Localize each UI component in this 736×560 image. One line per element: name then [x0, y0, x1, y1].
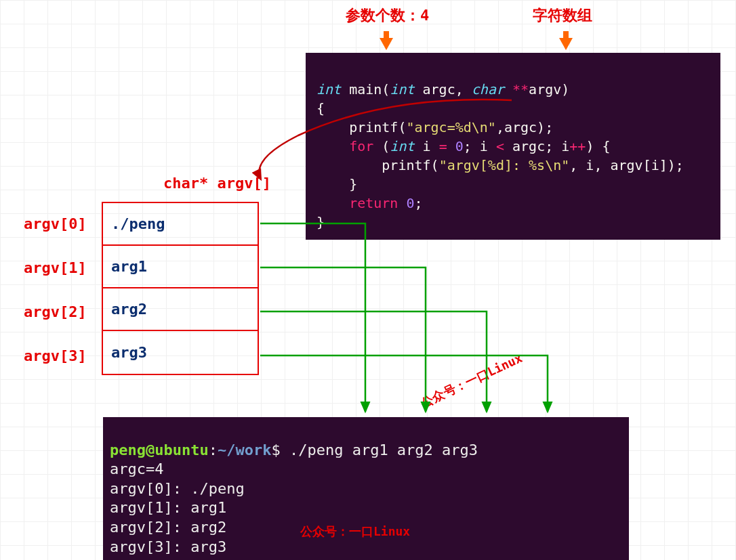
code-token: [398, 195, 406, 211]
code-token: [447, 138, 455, 154]
terminal-cmd: ./peng arg1 arg2 arg3: [281, 441, 478, 458]
code-token: , i, argv[i]);: [569, 157, 684, 173]
code-token: 0: [406, 195, 414, 211]
argv-index-label: argv[2]: [24, 303, 87, 320]
argv-index-label: argv[3]: [24, 347, 87, 364]
code-token: {: [316, 100, 325, 116]
code-token: ; i: [464, 138, 496, 154]
code-token: int: [390, 138, 414, 154]
code-token: char: [472, 81, 504, 98]
argv-index-label: argv[1]: [24, 259, 87, 276]
code-token: for: [316, 138, 373, 154]
argv-array-box: ./peng arg1 arg2 arg3: [102, 202, 259, 375]
terminal-line: argv[1]: arg1: [110, 499, 226, 516]
code-token: 0: [455, 138, 464, 154]
array-cell: arg1: [103, 246, 258, 288]
array-cell: arg2: [103, 288, 258, 331]
code-token: }: [316, 214, 325, 230]
array-title-label: char* argv[]: [163, 175, 271, 192]
terminal-text: :: [209, 441, 218, 458]
watermark-text: 公众号：一口Linux: [419, 350, 525, 411]
argc-annotation: 参数个数：4: [346, 5, 429, 26]
arrow-down-icon: [380, 38, 393, 50]
code-token: ++: [569, 138, 586, 154]
code-token: main(: [341, 81, 390, 98]
array-cell: ./peng: [103, 203, 258, 246]
terminal-text: $: [271, 441, 280, 458]
terminal-line: argv[2]: arg2: [110, 519, 226, 536]
code-token: int: [316, 81, 341, 98]
terminal-user: peng@ubuntu: [110, 441, 209, 458]
code-token: argv): [529, 81, 569, 98]
code-token: argc; i: [504, 138, 569, 154]
code-token: int: [390, 81, 414, 98]
arrow-down-icon: [559, 38, 573, 50]
code-token: **: [504, 81, 529, 98]
terminal-line: argv[3]: arg3: [110, 538, 226, 555]
code-token: ) {: [586, 138, 610, 154]
code-token: return: [316, 195, 398, 211]
code-token: argc,: [415, 81, 472, 98]
code-token: printf(: [316, 119, 406, 135]
argv-annotation: 字符数组: [533, 5, 592, 26]
code-token: ,argc);: [496, 119, 553, 135]
terminal-path: ~/work: [218, 441, 271, 458]
argv-index-label: argv[0]: [24, 215, 87, 232]
terminal-line: argv[0]: ./peng: [110, 480, 245, 497]
code-token: "argc=%d\n": [406, 119, 495, 135]
array-cell: arg3: [103, 331, 258, 374]
code-snippet: int main(int argc, char **argv) { printf…: [306, 53, 720, 240]
watermark-text: 公众号：一口Linux: [300, 523, 410, 540]
code-token: <: [496, 138, 504, 154]
code-token: "argv[%d]: %s\n": [439, 157, 570, 173]
code-token: i: [415, 138, 439, 154]
terminal-line: argc=4: [110, 460, 163, 477]
code-token: }: [316, 176, 357, 192]
code-token: =: [439, 138, 447, 154]
code-token: (: [373, 138, 390, 154]
code-token: ;: [415, 195, 423, 211]
code-token: printf(: [316, 157, 439, 173]
